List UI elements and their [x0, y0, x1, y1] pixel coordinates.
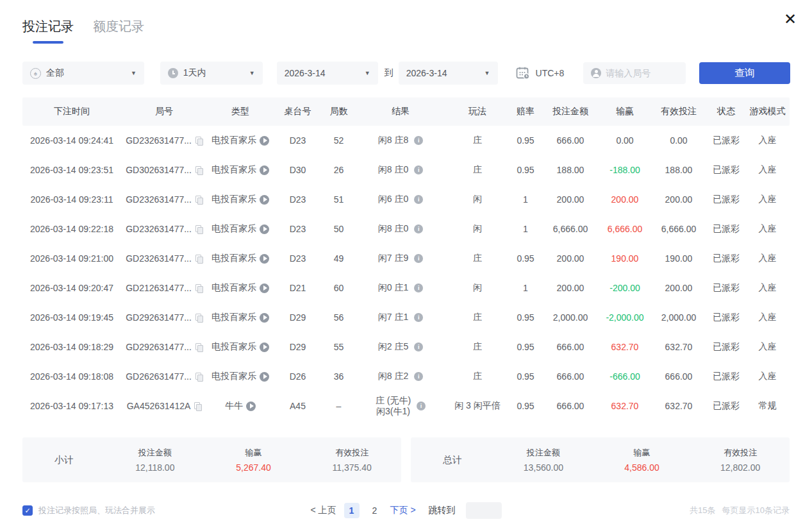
- copy-icon[interactable]: [195, 314, 203, 322]
- cell-result: 庄 (无牛) 闲3(牛1) i: [356, 395, 445, 418]
- cell-win-loss: 632.70: [599, 401, 650, 411]
- page-button-2[interactable]: 2: [367, 503, 383, 518]
- cell-win-loss: -200.00: [599, 283, 650, 293]
- info-icon[interactable]: i: [414, 165, 423, 174]
- column-header-10: 有效投注: [650, 106, 707, 117]
- date-from-picker[interactable]: 2026-3-14 ▼: [277, 62, 378, 85]
- query-button[interactable]: 查询: [699, 62, 790, 84]
- table-row: 2026-03-14 09:24:41 GD232631477... 电投百家乐…: [22, 126, 790, 155]
- cell-game-id: GD262631477...: [121, 371, 207, 382]
- cell-game-mode: 入座: [745, 135, 790, 146]
- table-header-row: 下注时间局号类型桌台号局数结果玩法赔率投注金额输赢有效投注状态游戏模式: [22, 97, 790, 126]
- cell-win-loss: -2,000.00: [599, 312, 650, 323]
- tab-quota-records[interactable]: 额度记录: [93, 18, 144, 44]
- play-icon[interactable]: [260, 342, 269, 352]
- play-icon[interactable]: [260, 254, 269, 264]
- search-input[interactable]: [606, 68, 676, 78]
- cell-odds: 1: [510, 224, 542, 234]
- info-icon[interactable]: i: [414, 136, 423, 145]
- close-icon[interactable]: ✕: [784, 12, 797, 27]
- cell-table-no: D30: [274, 165, 322, 175]
- cell-table-no: D26: [274, 371, 322, 382]
- page-button-1[interactable]: 1: [344, 503, 360, 518]
- copy-icon[interactable]: [195, 225, 203, 233]
- column-header-0: 下注时间: [22, 106, 121, 117]
- jump-to-input[interactable]: [466, 502, 502, 519]
- column-header-3: 桌台号: [274, 106, 322, 117]
- info-icon[interactable]: i: [414, 283, 423, 292]
- cell-table-no: D23: [274, 224, 322, 234]
- copy-icon[interactable]: [195, 166, 203, 174]
- cell-play-type: 闲: [445, 194, 510, 205]
- subtotal-valid-value: 11,375.40: [302, 462, 401, 473]
- cell-status: 已派彩: [707, 135, 745, 146]
- next-page-button[interactable]: 下页 >: [390, 505, 416, 516]
- cell-result: 闲6 庄0 i: [356, 194, 445, 205]
- cell-table-no: D23: [274, 135, 322, 146]
- copy-icon[interactable]: [195, 373, 203, 381]
- total-valid-value: 12,802.00: [691, 462, 790, 473]
- cell-result: 闲8 庄0 i: [356, 164, 445, 176]
- play-icon[interactable]: [260, 224, 269, 234]
- column-header-1: 局号: [121, 106, 207, 117]
- play-icon[interactable]: [260, 136, 269, 146]
- cell-round-no: 60: [322, 283, 356, 293]
- date-from-value: 2026-3-14: [285, 68, 326, 78]
- cell-status: 已派彩: [707, 282, 745, 294]
- column-header-5: 结果: [356, 106, 445, 117]
- total-label: 总计: [411, 454, 494, 466]
- cell-result: 闲8 庄8 i: [356, 135, 445, 146]
- cell-bet-amount: 188.00: [542, 165, 599, 175]
- cell-game-type: 电投百家乐: [207, 341, 274, 353]
- column-header-8: 投注金额: [542, 106, 599, 117]
- info-icon[interactable]: i: [417, 401, 426, 410]
- cell-game-mode: 入座: [745, 194, 790, 205]
- play-icon[interactable]: [260, 313, 269, 323]
- cell-game-id: GD232631477...: [121, 224, 207, 234]
- copy-icon[interactable]: [194, 402, 201, 410]
- copy-icon[interactable]: [195, 284, 203, 292]
- play-icon[interactable]: [246, 401, 256, 411]
- info-icon[interactable]: i: [414, 254, 423, 263]
- cell-game-type: 电投百家乐: [207, 223, 274, 235]
- cell-win-loss: 190.00: [599, 253, 650, 264]
- cell-odds: 0.95: [510, 371, 542, 382]
- info-icon[interactable]: i: [414, 224, 423, 233]
- play-icon[interactable]: [260, 165, 269, 175]
- table-row: 2026-03-14 09:23:11 GD232631477... 电投百家乐…: [22, 185, 790, 214]
- prev-page-button[interactable]: < 上页: [310, 505, 336, 516]
- cell-bet-amount: 2,000.00: [542, 312, 599, 323]
- cell-round-no: 49: [322, 253, 356, 264]
- table-row: 2026-03-14 09:21:00 GD232631477... 电投百家乐…: [22, 244, 790, 273]
- cell-bet-time: 2026-03-14 09:21:00: [22, 253, 121, 264]
- date-to-picker[interactable]: 2026-3-14 ▼: [399, 62, 498, 85]
- info-icon[interactable]: i: [414, 313, 423, 322]
- play-icon[interactable]: [260, 195, 269, 205]
- info-icon[interactable]: i: [414, 342, 423, 351]
- info-icon[interactable]: i: [414, 195, 423, 204]
- subtotal-win-value: 5,267.40: [204, 462, 303, 473]
- merge-checkbox[interactable]: ✓: [22, 505, 33, 516]
- cell-round-no: 56: [322, 312, 356, 323]
- copy-icon[interactable]: [195, 137, 203, 145]
- play-icon[interactable]: [260, 283, 269, 293]
- cell-odds: 0.95: [510, 342, 542, 352]
- info-icon[interactable]: i: [414, 372, 423, 381]
- timezone-selector[interactable]: UTC+8: [516, 67, 565, 80]
- play-icon[interactable]: [260, 372, 269, 382]
- jump-to-label: 跳转到: [429, 505, 456, 516]
- footer-bar: ✓ 投注记录按照局、玩法合并展示 < 上页 1 2 下页 > 跳转到 共15条 …: [22, 502, 790, 520]
- time-range-dropdown[interactable]: 1天内 ▼: [160, 62, 263, 85]
- cell-game-type: 电投百家乐: [207, 253, 274, 264]
- cell-table-no: D23: [274, 194, 322, 205]
- copy-icon[interactable]: [195, 343, 203, 351]
- tab-betting-records[interactable]: 投注记录: [22, 18, 74, 44]
- game-type-dropdown[interactable]: ♠ 全部 ▼: [22, 62, 144, 85]
- cell-valid-bet: 6,666.00: [650, 224, 707, 234]
- cell-win-loss: 6,666.00: [599, 224, 650, 234]
- betting-records-modal: ✕ 投注记录 额度记录 ♠ 全部 ▼ 1天内 ▼ 2026-3-14 ▼ 到 2…: [0, 0, 812, 524]
- copy-icon[interactable]: [195, 255, 203, 263]
- cell-valid-bet: 632.70: [650, 342, 707, 352]
- cell-bet-amount: 666.00: [542, 342, 599, 352]
- copy-icon[interactable]: [195, 196, 203, 204]
